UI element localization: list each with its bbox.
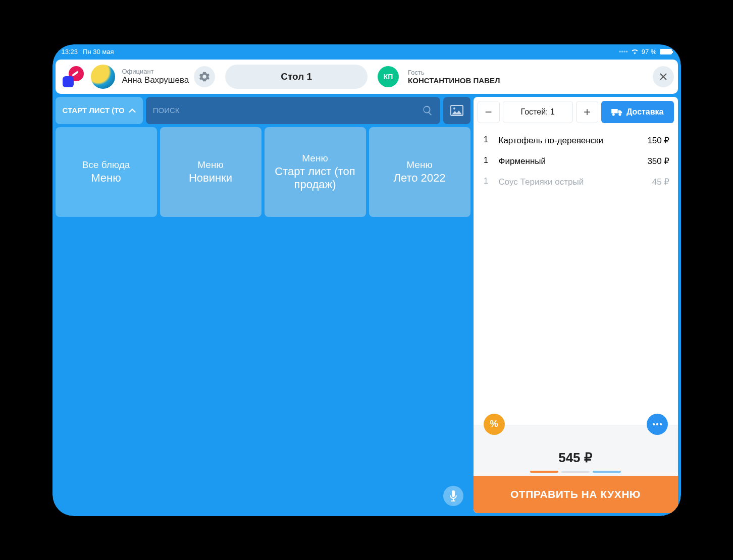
order-row[interactable]: 1 Картофель по-деревенски 150 ₽ (474, 130, 670, 151)
guest-label: Гость (408, 69, 647, 76)
menu-tile-start-list[interactable]: Меню Старт лист (топ продаж) (265, 127, 366, 217)
order-price: 45 ₽ (652, 177, 670, 187)
order-name: Фирменный (499, 156, 648, 166)
order-items: 1 Картофель по-деревенски 150 ₽ 1 Фирмен… (474, 126, 678, 425)
order-qty: 1 (474, 135, 499, 144)
settings-button[interactable] (194, 66, 215, 87)
svg-point-3 (656, 423, 658, 425)
send-label: ОТПРАВИТЬ НА КУХНЮ (510, 488, 641, 500)
search-input[interactable]: ПОИСК (146, 97, 440, 124)
voice-button[interactable] (443, 486, 463, 506)
delivery-label: Доставка (626, 107, 664, 117)
svg-point-2 (652, 423, 654, 425)
waiter-avatar[interactable] (91, 65, 115, 89)
image-icon (450, 105, 463, 116)
tile-line1: Меню (197, 159, 223, 171)
image-view-button[interactable] (443, 97, 470, 124)
discount-button[interactable]: % (484, 414, 505, 435)
tile-line2: Новинки (189, 172, 232, 185)
order-price: 350 ₽ (647, 156, 669, 166)
close-button[interactable] (653, 66, 674, 87)
tile-line2: Лето 2022 (393, 172, 445, 185)
more-icon (652, 423, 662, 426)
menu-tile-all-dishes[interactable]: Все блюда Меню (56, 127, 157, 217)
battery-icon (660, 49, 672, 54)
svg-point-4 (659, 423, 661, 425)
order-name: Картофель по-деревенски (499, 135, 648, 146)
search-placeholder: ПОИСК (153, 106, 417, 115)
order-name: Соус Терияки острый (499, 177, 652, 187)
status-dots: •••• (619, 48, 628, 55)
tile-line1: Меню (406, 159, 432, 171)
guests-increment[interactable]: + (576, 101, 598, 123)
start-list-label: СТАРТ ЛИСТ (ТО (63, 106, 125, 115)
truck-icon (611, 108, 622, 116)
more-button[interactable] (647, 414, 668, 435)
tile-line2: Меню (91, 172, 121, 185)
status-date: Пн 30 мая (83, 48, 114, 55)
guests-decrement[interactable]: − (478, 101, 500, 123)
app-logo (63, 66, 84, 87)
table-label: Стол 1 (281, 71, 312, 82)
waiter-label: Официант (122, 68, 189, 75)
status-battery-pct: 97 % (642, 48, 657, 55)
search-icon (422, 105, 433, 116)
waiter-name: Анна Вахрушева (122, 75, 189, 85)
order-panel: − Гостей: 1 + Доставка 1 Картофель по-де… (474, 97, 678, 513)
svg-point-1 (453, 107, 455, 109)
menu-tile-new[interactable]: Меню Новинки (160, 127, 261, 217)
progress-indicator (474, 471, 678, 473)
close-icon (659, 73, 667, 81)
wifi-icon (631, 49, 639, 54)
order-row[interactable]: 1 Фирменный 350 ₽ (474, 151, 670, 172)
chevron-up-icon (129, 108, 136, 113)
header: Официант Анна Вахрушева Стол 1 КП Гость … (56, 60, 678, 94)
guest-avatar[interactable]: КП (378, 66, 399, 87)
order-row[interactable]: 1 Соус Терияки острый 45 ₽ (474, 172, 670, 192)
order-price: 150 ₽ (647, 135, 669, 146)
tile-line1: Меню (302, 153, 328, 164)
start-list-dropdown[interactable]: СТАРТ ЛИСТ (ТО (56, 97, 143, 124)
menu-tile-summer[interactable]: Меню Лето 2022 (369, 127, 470, 217)
order-total: 545 ₽ (474, 450, 678, 466)
send-to-kitchen-button[interactable]: ОТПРАВИТЬ НА КУХНЮ (474, 476, 678, 513)
delivery-button[interactable]: Доставка (601, 101, 674, 123)
order-qty: 1 (474, 177, 499, 186)
status-time: 13:23 (62, 48, 78, 55)
guest-count[interactable]: Гостей: 1 (503, 101, 573, 123)
tile-line2: Старт лист (топ продаж) (270, 165, 361, 191)
gear-icon (199, 71, 210, 82)
microphone-icon (449, 490, 457, 501)
menu-panel: СТАРТ ЛИСТ (ТО ПОИСК Все блюда Меню (56, 97, 470, 513)
totals-section: % 545 ₽ (474, 425, 678, 476)
order-qty: 1 (474, 156, 499, 165)
table-selector[interactable]: Стол 1 (225, 65, 368, 89)
status-bar: 13:23 Пн 30 мая •••• 97 % (53, 44, 681, 60)
guest-name: КОНСТАНТИНОВ ПАВЕЛ (408, 76, 647, 85)
tile-line1: Все блюда (82, 159, 130, 171)
